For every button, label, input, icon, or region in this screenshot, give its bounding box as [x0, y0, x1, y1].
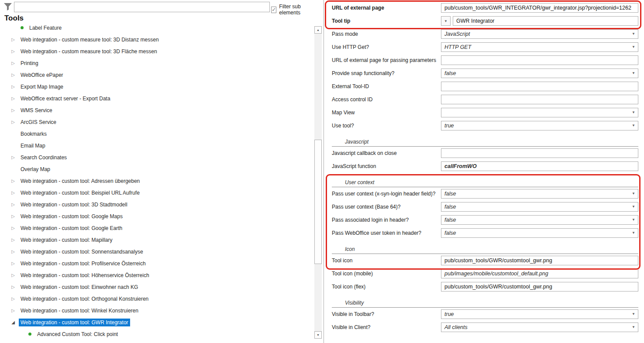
expand-arrow-icon[interactable]: ▷: [10, 273, 17, 278]
property-select[interactable]: false▼: [441, 228, 638, 238]
property-select[interactable]: All clients▼: [441, 322, 638, 332]
expand-arrow-icon[interactable]: ▷: [10, 61, 17, 65]
expand-arrow-icon[interactable]: ▷: [10, 178, 17, 183]
expand-arrow-icon[interactable]: ▷: [10, 96, 17, 101]
tree-item-label[interactable]: Label Feature: [28, 24, 63, 32]
expand-arrow-icon[interactable]: ▷: [10, 84, 17, 89]
property-select[interactable]: false▼: [441, 215, 638, 225]
tree-item[interactable]: Bookmarks: [0, 128, 313, 140]
tree-item-label[interactable]: Web integration - custom tool: Beispiel …: [19, 189, 141, 197]
property-select[interactable]: false▼: [441, 189, 638, 199]
property-select[interactable]: true▼: [441, 121, 638, 130]
scroll-down-button[interactable]: ▼: [314, 331, 322, 339]
tree-item[interactable]: ▷Web integration - custom measure tool: …: [0, 34, 313, 45]
expand-arrow-icon[interactable]: ▷: [10, 37, 17, 42]
expand-arrow-icon[interactable]: ▷: [10, 226, 17, 230]
tree-item[interactable]: ▷Export Map Image: [0, 81, 313, 93]
tree-item[interactable]: Label Feature: [0, 22, 313, 34]
tree-item[interactable]: ▷Web integration - custom tool: Beispiel…: [0, 187, 313, 199]
tree-item-label[interactable]: Web integration - custom tool: Google Ma…: [19, 213, 124, 220]
tree-item-label[interactable]: Advanced Custom Tool: Click point: [35, 330, 120, 338]
tree-item-label[interactable]: Bookmarks: [19, 130, 48, 138]
property-select[interactable]: HTTP GET▼: [441, 42, 638, 52]
tooltip-dropdown-button[interactable]: ▼: [441, 16, 451, 26]
tree-item[interactable]: ▷ArcGIS Service: [0, 116, 313, 128]
expand-arrow-icon[interactable]: ▷: [10, 296, 17, 301]
property-select[interactable]: JavaScript▼: [441, 29, 638, 39]
tree-item[interactable]: ▷Web integration - custom tool: Mapillar…: [0, 234, 313, 246]
tree-item[interactable]: Advanced Custom Tool: Click point: [0, 328, 313, 340]
tree-item[interactable]: ▷Web integration - custom tool: Orthogon…: [0, 293, 313, 305]
tree-item[interactable]: ▷Web integration - custom tool: Profilse…: [0, 257, 313, 269]
filter-input[interactable]: [14, 2, 270, 12]
tree-item-label[interactable]: Web integration - custom tool: Einwohner…: [19, 283, 140, 291]
tree-item[interactable]: Email Map: [0, 140, 313, 151]
tree-item[interactable]: ▷Web integration - custom tool: Google E…: [0, 222, 313, 234]
tree-item-label[interactable]: Web integration - custom tool: Höhenserv…: [19, 271, 151, 279]
tree-item-label[interactable]: ArcGIS Service: [19, 118, 58, 126]
tree-item[interactable]: ▷Web integration - custom tool: Sonnenst…: [0, 246, 313, 257]
tree-item-label[interactable]: Web integration - custom tool: Winkel Ko…: [19, 307, 140, 315]
tree-item[interactable]: ▷WMS Service: [0, 104, 313, 116]
tree-item-label[interactable]: Web integration - custom measure tool: 3…: [19, 36, 161, 44]
expand-arrow-icon[interactable]: ▷: [10, 120, 17, 124]
tree-item-label[interactable]: Web integration - custom tool: Orthogona…: [19, 295, 150, 303]
property-select[interactable]: ▼: [441, 108, 638, 117]
tree-item-label-selected[interactable]: Web integration - custom tool: GWR Integ…: [19, 319, 130, 326]
tree-item-label[interactable]: Overlay Map: [19, 165, 52, 173]
expand-arrow-icon[interactable]: ▷: [10, 261, 17, 266]
expand-arrow-icon[interactable]: ▷: [10, 72, 17, 77]
tree-item-label[interactable]: Web integration - custom tool: 3D Stadtm…: [19, 201, 129, 209]
property-input[interactable]: GWR Integrator: [453, 16, 638, 26]
tree-item[interactable]: ▷Web integration - custom tool: Winkel K…: [0, 305, 313, 316]
tree-item[interactable]: ▷WebOffice ePaper: [0, 69, 313, 81]
scrollbar-thumb[interactable]: [314, 140, 322, 264]
tree-item[interactable]: ▷Web integration - custom tool: Höhenser…: [0, 269, 313, 281]
property-input[interactable]: [441, 148, 638, 158]
tree-item-label[interactable]: Email Map: [19, 142, 47, 150]
tree-item[interactable]: ▷Web integration - custom tool: Google M…: [0, 210, 313, 222]
expand-arrow-icon[interactable]: ▷: [10, 190, 17, 195]
property-input[interactable]: [441, 55, 638, 65]
property-input[interactable]: pub/custom_tools/GWR_INTEGRATOR/gwr_inte…: [441, 3, 638, 13]
property-input[interactable]: [441, 82, 638, 91]
tree-item-label[interactable]: WebOffice extract server - Export Data: [19, 95, 112, 103]
property-input[interactable]: pub/custom_tools/GWR/customtool_gwr.png: [441, 256, 638, 265]
property-input[interactable]: callFromWO: [441, 161, 638, 171]
tree-item[interactable]: ▷WebOffice extract server - Export Data: [0, 93, 313, 104]
expand-arrow-icon[interactable]: ▷: [10, 237, 17, 242]
tree-item-label[interactable]: WebOffice ePaper: [19, 71, 65, 79]
property-select[interactable]: false▼: [441, 202, 638, 212]
tree-scrollbar[interactable]: ▲ ▼: [314, 26, 322, 339]
tree-item[interactable]: ▷Web integration - custom measure tool: …: [0, 45, 313, 57]
property-select[interactable]: false▼: [441, 69, 638, 78]
tree-item-label[interactable]: WMS Service: [19, 106, 54, 114]
expand-arrow-icon[interactable]: ▷: [10, 214, 17, 219]
scroll-up-button[interactable]: ▲: [314, 26, 322, 34]
property-input[interactable]: pub/images/mobile/customtool_default.png: [441, 269, 638, 278]
tree-item[interactable]: ▷Search Coordinates: [0, 151, 313, 163]
tree-item-label[interactable]: Printing: [19, 59, 40, 67]
expand-arrow-icon[interactable]: ▷: [10, 308, 17, 313]
expand-arrow-icon[interactable]: ▷: [10, 285, 17, 289]
tree-item[interactable]: ▷Web integration - custom tool: Einwohne…: [0, 281, 313, 293]
tree-item-label[interactable]: Web integration - custom tool: Google Ea…: [19, 224, 124, 232]
tree-item[interactable]: ▷Web integration - custom tool: 3D Stadt…: [0, 199, 313, 210]
property-input[interactable]: [441, 95, 638, 104]
tree-item-label[interactable]: Web integration - custom tool: Mapillary: [19, 236, 114, 244]
expand-arrow-icon[interactable]: ▷: [10, 202, 17, 207]
tree-item[interactable]: ▷Printing: [0, 57, 313, 69]
tree-item-label[interactable]: Web integration - custom tool: Adressen …: [19, 177, 141, 185]
tree-item[interactable]: Overlay Map: [0, 163, 313, 175]
tree-item-label[interactable]: Export Map Image: [19, 83, 65, 91]
expand-arrow-icon[interactable]: ▷: [10, 155, 17, 160]
tree-item-label[interactable]: Search Coordinates: [19, 154, 69, 161]
collapse-arrow-icon[interactable]: ◢: [10, 320, 17, 325]
property-input[interactable]: pub/custom_tools/GWR/customtool_gwr.png: [441, 282, 638, 292]
tree-item-label[interactable]: Web integration - custom measure tool: 3…: [19, 48, 159, 55]
tree-item[interactable]: ◢Web integration - custom tool: GWR Inte…: [0, 316, 313, 328]
tree-item[interactable]: ▷Web integration - custom tool: Adressen…: [0, 175, 313, 187]
tree-item-label[interactable]: Web integration - custom tool: Profilser…: [19, 260, 148, 268]
expand-arrow-icon[interactable]: ▷: [10, 108, 17, 113]
property-select[interactable]: true▼: [441, 309, 638, 319]
